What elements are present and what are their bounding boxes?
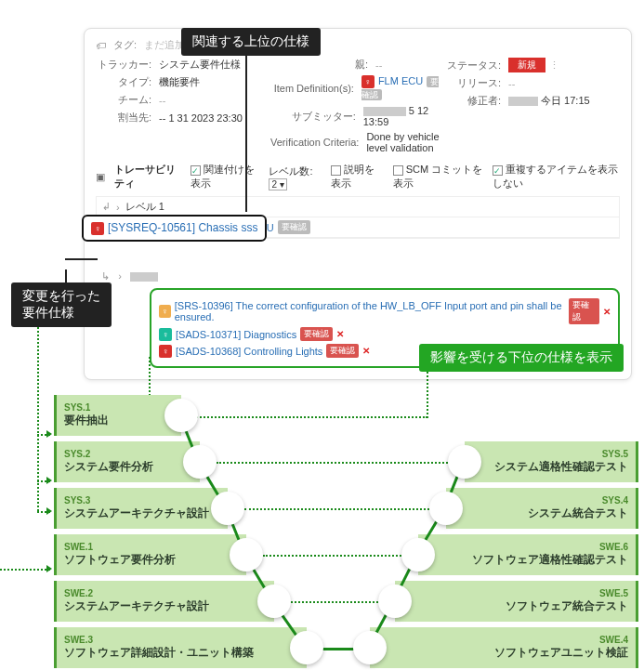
trace-title: トレーサビリティ	[114, 163, 181, 190]
meta-grid: トラッカー:システム要件仕様 タイプ:機能要件 チーム:-- 割当先:-- 1 …	[96, 58, 620, 157]
changed-spec-link[interactable]: [SYSREQ-10561] Chassis sss	[108, 221, 257, 234]
v-node	[230, 538, 263, 571]
assignee-value: -- 1 31 2023 23:30	[159, 112, 243, 124]
callout-lower: 影響を受ける下位の仕様を表示	[419, 344, 624, 372]
status-badge: 新規	[508, 58, 545, 72]
submitter-label: サブミッター:	[270, 110, 356, 124]
v-model: SYS.1要件抽出SYS.2システム要件分析SYS.3システムアーキテクチャ設計…	[0, 376, 644, 670]
release-label: リリース:	[445, 76, 501, 90]
bulb-icon: ♀	[159, 328, 172, 341]
verif-value: Done by vehicle level validation	[366, 131, 445, 153]
tracker-value: システム要件仕様	[159, 58, 241, 72]
cb-scm[interactable]: SCM コミットを表示	[393, 163, 483, 190]
v-cell-left: SWE.2システムアーキテクチャ設計	[54, 581, 274, 622]
v-cell-left: SYS.2システム要件分析	[54, 441, 200, 482]
modifier-label: 修正者:	[445, 94, 501, 108]
v-cell-left: SYS.1要件抽出	[54, 395, 181, 436]
tree-row-lower[interactable]: ♀[SRS-10396] The correct configuration o…	[159, 298, 611, 324]
bulb-icon: ♀	[361, 75, 375, 88]
remove-icon[interactable]: ✕	[362, 346, 370, 356]
tree-row-lower[interactable]: ♀[SADS-10371] Diagnostics要確認✕	[159, 327, 611, 341]
tag-row: 🏷 タグ: まだ追加されていません	[96, 38, 620, 52]
tag-icon: 🏷	[96, 40, 106, 51]
figure-root: 関連する上位の仕様 変更を行った 要件仕様 🏷 タグ: まだ追加されていません …	[0, 28, 644, 670]
v-node	[429, 492, 463, 525]
level-select[interactable]: レベル数: 2 ▾	[269, 164, 322, 190]
v-cell-right: SWE.4ソフトウェアユニット検証	[370, 627, 638, 668]
v-node	[183, 445, 217, 479]
detail-panel: 🏷 タグ: まだ追加されていません トラッカー:システム要件仕様 タイプ:機能要…	[84, 28, 632, 380]
v-cell-left: SYS.3システムアーキテクチャ設計	[54, 488, 228, 529]
trace-toolbar: ▣ トレーサビリティ 関連付けを表示 レベル数: 2 ▾ 説明を表示 SCM コ…	[96, 163, 620, 190]
v-node	[257, 585, 291, 618]
team-value: --	[159, 95, 165, 106]
v-node	[164, 399, 198, 432]
bulb-icon: ♀	[91, 222, 104, 235]
v-node	[401, 538, 435, 571]
callout-changed: 変更を行った 要件仕様	[11, 282, 112, 327]
callout-changed-line-h	[65, 258, 98, 260]
verif-label: Verification Criteria:	[270, 137, 359, 148]
v-node	[290, 631, 323, 664]
tag-label: タグ:	[113, 38, 137, 52]
modifier-value: 今日 17:15	[508, 94, 590, 108]
bulb-icon: ♀	[159, 305, 171, 318]
itemdef-link[interactable]: FLM ECU	[378, 75, 423, 86]
type-label: タイプ:	[96, 75, 151, 89]
cb-dup[interactable]: 重複するアイテムを表示しない	[493, 163, 620, 190]
v-node	[448, 445, 481, 479]
v-cell-left: SWE.3ソフトウェア詳細設計・ユニット構築	[54, 627, 307, 668]
v-cell-right: SYS.5システム適格性確認テスト	[465, 441, 638, 482]
v-cell-right: SWE.5ソフトウェア統合テスト	[395, 581, 638, 622]
v-cell-left: SWE.1ソフトウェア要件分析	[54, 534, 246, 575]
v-node	[353, 631, 387, 664]
v-cell-right: SYS.4システム統合テスト	[446, 488, 638, 529]
v-cell-right: SWE.6ソフトウェア適格性確認テスト	[418, 534, 638, 575]
bulb-icon: ♀	[159, 345, 172, 358]
cb-desc[interactable]: 説明を表示	[331, 163, 383, 190]
v-node	[211, 492, 244, 525]
assignee-label: 割当先:	[96, 111, 151, 125]
parent-value: --	[375, 59, 382, 71]
type-value: 機能要件	[159, 75, 200, 89]
submitter-value: 5 12 13:59	[363, 105, 445, 127]
callout-upper-line	[245, 54, 247, 212]
itemdef-label: Item Definition(s):	[270, 83, 354, 94]
tracker-label: トラッカー:	[96, 58, 151, 72]
v-node	[378, 585, 412, 618]
parent-label: 親:	[270, 58, 368, 72]
callout-upper: 関連する上位の仕様	[181, 28, 321, 56]
status-label: ステータス:	[445, 59, 501, 72]
release-value: --	[508, 78, 515, 89]
cb-assoc[interactable]: 関連付けを表示	[191, 163, 259, 190]
team-label: チーム:	[96, 93, 151, 107]
remove-icon[interactable]: ✕	[603, 307, 611, 317]
itemdef-value[interactable]: ♀FLM ECU要確認	[361, 75, 445, 101]
remove-icon[interactable]: ✕	[336, 329, 344, 339]
changed-spec-box[interactable]: ♀[SYSREQ-10561] Chassis sss	[82, 215, 267, 242]
